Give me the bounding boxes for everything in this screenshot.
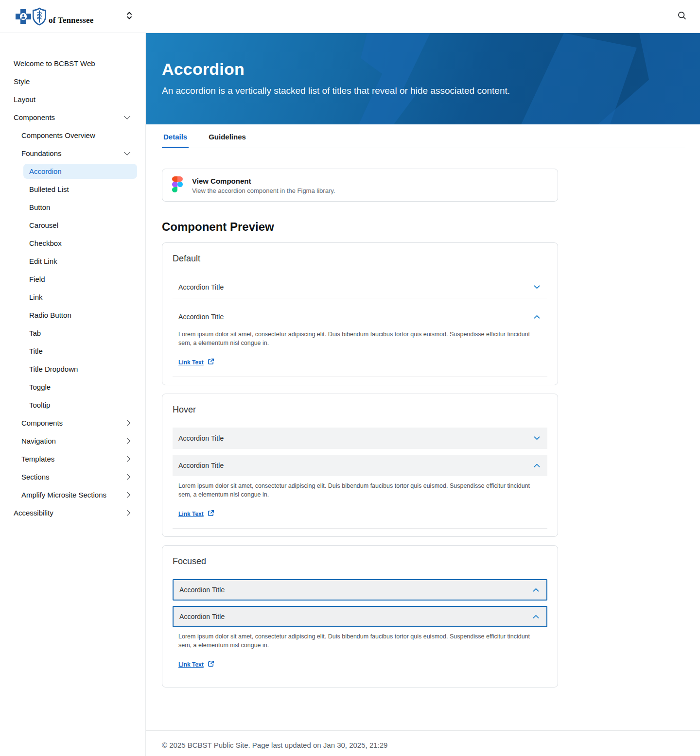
search-icon	[677, 10, 687, 23]
chevron-down-icon	[124, 149, 130, 155]
sidebar-item-label: Toggle	[29, 383, 51, 391]
sidebar-item-checkbox[interactable]: Checkbox	[0, 234, 145, 252]
sidebar-collapse-toggle[interactable]	[126, 11, 133, 22]
page-hero: Accordion An accordion is a vertically s…	[146, 33, 700, 124]
chevron-down-icon	[124, 113, 130, 120]
sidebar-item-layout[interactable]: Layout	[0, 90, 145, 108]
link-text-label: Link Text	[178, 511, 204, 517]
accordion-header-focused[interactable]: Accordion Title	[173, 579, 547, 601]
sidebar-item-button[interactable]: Button	[0, 198, 145, 216]
footer-copyright: © 2025 BCBST Public Site. Page last upda…	[162, 741, 387, 749]
accordion-header-expanded[interactable]: Accordion Title	[173, 455, 547, 476]
accordion-header-expanded[interactable]: Accordion Title	[173, 306, 547, 327]
preview-card-focused: Focused Accordion Title Accordion Title …	[162, 545, 558, 687]
page-title: Accordion	[162, 60, 700, 78]
accordion-title: Accordion Title	[178, 313, 224, 321]
tab-details[interactable]: Details	[162, 124, 189, 148]
variant-label-focused: Focused	[173, 556, 547, 567]
topbar: of Tennessee	[0, 0, 700, 33]
sidebar-item-edit-link[interactable]: Edit Link	[0, 252, 145, 270]
chevron-right-icon	[124, 438, 130, 444]
accordion-title: Accordion Title	[178, 283, 224, 291]
sidebar-item-accessibility[interactable]: Accessibility	[0, 504, 145, 522]
brand-logo[interactable]: of Tennessee	[15, 5, 94, 28]
sidebar-item-label: Tab	[29, 329, 41, 337]
link-text[interactable]: Link Text	[178, 510, 214, 518]
chevron-right-icon	[124, 420, 130, 426]
external-link-icon	[208, 510, 214, 518]
sidebar-item-label: Components	[21, 419, 63, 427]
divider	[173, 528, 547, 529]
sidebar-item-label: Templates	[21, 455, 54, 463]
link-text[interactable]: Link Text	[178, 660, 214, 669]
figma-card-description: View the accordion component in the Figm…	[192, 187, 335, 194]
sidebar-item-label: Components Overview	[21, 131, 95, 139]
accordion-header-collapsed[interactable]: Accordion Title	[173, 276, 547, 298]
accordion-body-text: Lorem ipsum dolor sit amet, consectetur …	[173, 482, 547, 499]
hero-decoration	[146, 33, 700, 124]
preview-card-default: Default Accordion Title Accordion Title …	[162, 242, 558, 385]
link-text-label: Link Text	[178, 359, 204, 366]
component-preview-heading: Component Preview	[162, 220, 700, 234]
sidebar-item-title-dropdown[interactable]: Title Dropdown	[0, 360, 145, 378]
sidebar-item-radio-button[interactable]: Radio Button	[0, 306, 145, 324]
chevron-up-icon	[533, 615, 539, 621]
sidebar-item-label: Checkbox	[29, 239, 62, 247]
bcbs-cross-shield-icon	[15, 5, 47, 28]
sidebar-item-field[interactable]: Field	[0, 270, 145, 288]
accordion-title: Accordion Title	[179, 586, 225, 594]
divider	[173, 298, 547, 298]
external-link-icon	[208, 358, 214, 366]
chevron-up-icon	[534, 315, 540, 321]
sidebar-item-label: Button	[29, 203, 50, 211]
sidebar-item-accordion[interactable]: Accordion	[23, 164, 137, 179]
sidebar-item-title[interactable]: Title	[0, 342, 145, 360]
chevron-down-icon	[534, 283, 540, 289]
sidebar: Welcome to BCBST Web Style Layout Compon…	[0, 33, 146, 756]
content-area: View Component View the accordion compon…	[146, 148, 700, 730]
sidebar-item-label: Title Dropdown	[29, 365, 78, 373]
sidebar-item-label: Navigation	[21, 437, 56, 445]
sidebar-item-sections[interactable]: Sections	[0, 468, 145, 486]
sidebar-item-components-overview[interactable]: Components Overview	[0, 126, 145, 144]
sidebar-item-components-2[interactable]: Components	[0, 414, 145, 432]
sidebar-item-navigation[interactable]: Navigation	[0, 432, 145, 450]
sidebar-item-components[interactable]: Components	[0, 108, 145, 126]
search-button[interactable]	[677, 10, 687, 23]
figma-view-component-card[interactable]: View Component View the accordion compon…	[162, 169, 558, 202]
accordion-link-row: Link Text	[173, 650, 547, 669]
divider	[173, 377, 547, 377]
chevron-right-icon	[124, 510, 130, 516]
sidebar-item-welcome[interactable]: Welcome to BCBST Web	[0, 54, 145, 72]
accordion-header-focused-expanded[interactable]: Accordion Title	[173, 606, 547, 627]
chevron-up-icon	[533, 588, 539, 594]
sidebar-item-label: Tooltip	[29, 401, 50, 409]
sidebar-item-toggle[interactable]: Toggle	[0, 378, 145, 396]
accordion-link-row: Link Text	[173, 348, 547, 367]
tab-guidelines[interactable]: Guidelines	[207, 124, 247, 148]
variant-label-default: Default	[173, 254, 547, 264]
sidebar-item-templates[interactable]: Templates	[0, 450, 145, 468]
accordion-body-text: Lorem ipsum dolor sit amet, consectetur …	[173, 330, 547, 348]
sidebar-item-link[interactable]: Link	[0, 288, 145, 306]
sidebar-item-amplify-microsite-sections[interactable]: Amplify Microsite Sections	[0, 486, 145, 504]
chevron-down-icon	[534, 434, 540, 440]
sidebar-item-carousel[interactable]: Carousel	[0, 216, 145, 234]
accordion-header-collapsed[interactable]: Accordion Title	[173, 428, 547, 449]
sidebar-item-label: Link	[29, 293, 43, 301]
sidebar-item-label: Edit Link	[29, 257, 57, 265]
sidebar-item-tooltip[interactable]: Tooltip	[0, 396, 145, 414]
chevron-right-icon	[124, 474, 130, 480]
accordion-title: Accordion Title	[178, 434, 224, 442]
sidebar-item-foundations[interactable]: Foundations	[0, 144, 145, 162]
link-text[interactable]: Link Text	[178, 358, 214, 366]
sidebar-item-style[interactable]: Style	[0, 72, 145, 90]
chevron-right-icon	[124, 492, 130, 498]
sidebar-item-label: Title	[29, 347, 43, 355]
sidebar-item-bulleted-list[interactable]: Bulleted List	[0, 180, 145, 198]
sidebar-item-label: Sections	[21, 473, 50, 481]
sidebar-item-label: Bulleted List	[29, 185, 69, 193]
sidebar-item-tab[interactable]: Tab	[0, 324, 145, 342]
accordion-title: Accordion Title	[178, 462, 224, 469]
sidebar-item-label: Field	[29, 275, 45, 283]
